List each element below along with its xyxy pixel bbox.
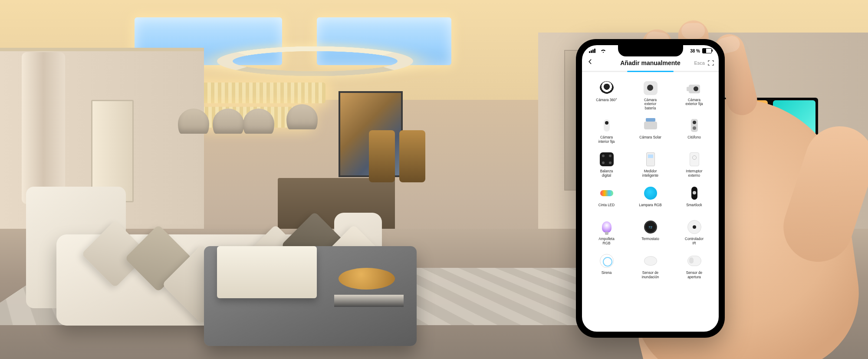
device-label: Controlador IR xyxy=(685,237,704,246)
scan-label: Esca xyxy=(694,60,705,66)
device-label: Cámara exterior fija xyxy=(685,98,703,107)
lampara-rgb-icon xyxy=(642,185,659,201)
camara-360-icon xyxy=(598,80,615,96)
device-label: Cámara exterior batería xyxy=(644,98,657,110)
device-sensor-inundacion[interactable]: Sensor de inundación xyxy=(628,250,672,282)
device-lampara-rgb[interactable]: Lampara RGB xyxy=(628,182,672,214)
camara-int-fija-icon xyxy=(598,117,615,134)
header-title: Añadir manualmente xyxy=(620,59,680,66)
device-label: Cámara Solar xyxy=(639,135,661,144)
sirena-icon xyxy=(598,253,615,269)
device-sirena[interactable]: Sirena xyxy=(585,250,628,282)
device-label: Sensor de inundación xyxy=(642,271,659,280)
device-medidor-inteligente[interactable]: Medidor inteligente xyxy=(628,148,672,181)
phone-screen: 38 % Añadir manualmente Esca Cámara 360°… xyxy=(582,45,719,332)
device-termostato[interactable]: Termostato xyxy=(628,216,672,248)
decor-bowl xyxy=(339,268,395,290)
device-label: Lampara RGB xyxy=(639,203,661,212)
smartphone: 38 % Añadir manualmente Esca Cámara 360°… xyxy=(576,39,725,338)
battery-icon xyxy=(702,48,712,53)
statue xyxy=(399,130,425,182)
interruptor-externo-icon xyxy=(686,151,703,168)
camara-solar-icon xyxy=(642,117,659,134)
device-camara-ext-bateria[interactable]: Cámara exterior batería xyxy=(628,77,672,113)
sensor-inundacion-icon xyxy=(642,253,659,269)
cinta-led-icon xyxy=(598,185,615,201)
device-label: Sirena xyxy=(602,271,612,280)
device-cinta-led[interactable]: Cinta LED xyxy=(585,182,628,214)
phone-notch xyxy=(618,45,683,56)
device-controlador-ir[interactable]: Controlador IR xyxy=(672,216,716,248)
camara-ext-bateria-icon xyxy=(642,80,659,96)
smartlock-icon xyxy=(686,185,703,201)
device-camara-int-fija[interactable]: Cámara interior fija xyxy=(585,115,628,147)
device-label: Cámara 360° xyxy=(596,98,617,107)
sensor-apertura-icon xyxy=(686,253,703,269)
device-label: Citófono xyxy=(687,135,701,144)
tray xyxy=(217,246,317,298)
signal-icon xyxy=(589,49,595,53)
device-label: Termostato xyxy=(641,237,659,246)
books xyxy=(334,295,404,307)
back-button[interactable] xyxy=(587,59,596,67)
device-balanza-digital[interactable]: Balanza digital xyxy=(585,148,628,181)
wifi-icon xyxy=(601,49,606,53)
device-camara-360[interactable]: Cámara 360° xyxy=(585,77,628,113)
column xyxy=(22,52,65,204)
termostato-icon xyxy=(642,219,659,235)
statue xyxy=(369,130,395,182)
camara-ext-fija-icon xyxy=(686,80,703,96)
controlador-ir-icon xyxy=(686,219,703,235)
scan-button[interactable]: Esca xyxy=(694,59,714,66)
tab-indicator xyxy=(582,71,719,72)
chevron-left-icon xyxy=(587,59,593,65)
device-label: Interruptor externo xyxy=(686,169,703,178)
device-label: Balanza digital xyxy=(600,169,613,178)
citofono-icon xyxy=(686,117,703,134)
scan-icon xyxy=(707,59,714,66)
device-ampolleta-rgb[interactable]: Ampolleta RGB xyxy=(585,216,628,248)
ampolleta-rgb-icon xyxy=(598,219,615,235)
device-camara-solar[interactable]: Cámara Solar xyxy=(628,115,672,147)
ring-chandelier xyxy=(217,46,413,76)
device-label: Sensor de apertura xyxy=(686,271,702,280)
device-interruptor-externo[interactable]: Interruptor externo xyxy=(672,148,716,181)
device-label: Smartlock xyxy=(686,203,702,212)
device-label: Cinta LED xyxy=(598,203,615,212)
device-grid[interactable]: Cámara 360°Cámara exterior bateríaCámara… xyxy=(582,75,719,287)
battery-text: 38 % xyxy=(690,49,700,53)
device-citofono[interactable]: Citófono xyxy=(672,115,716,147)
device-sensor-apertura[interactable]: Sensor de apertura xyxy=(672,250,716,282)
device-smartlock[interactable]: Smartlock xyxy=(672,182,716,214)
device-camara-ext-fija[interactable]: Cámara exterior fija xyxy=(672,77,716,113)
medidor-inteligente-icon xyxy=(642,151,659,168)
balanza-digital-icon xyxy=(598,151,615,168)
device-label: Ampolleta RGB xyxy=(598,237,614,246)
device-label: Cámara interior fija xyxy=(598,135,615,144)
device-label: Medidor inteligente xyxy=(642,169,658,178)
